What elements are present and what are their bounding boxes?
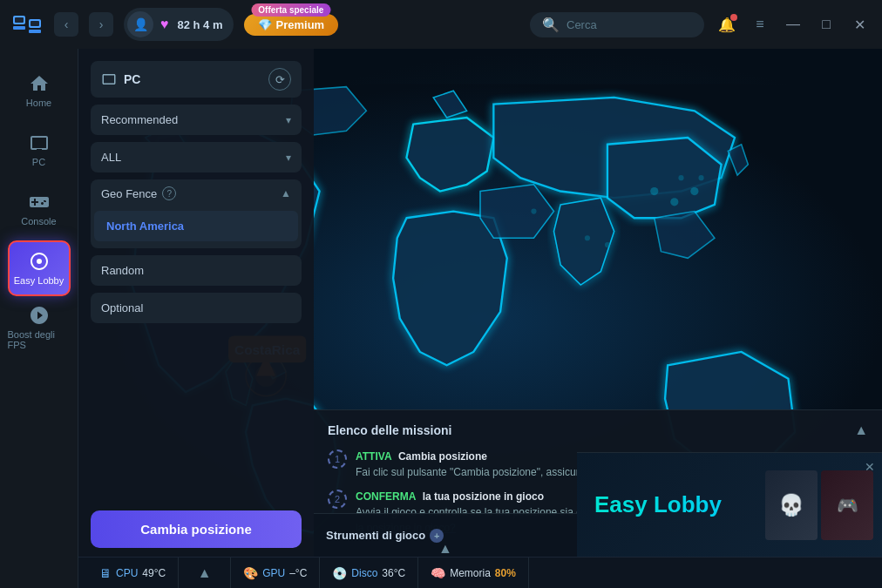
mission-num-2: 2 <box>328 490 347 509</box>
svg-point-12 <box>698 175 703 180</box>
recommended-row[interactable]: Recommended ▾ <box>91 105 302 135</box>
disk-status: 💿 Disco 36°C <box>320 558 418 588</box>
svg-point-8 <box>650 187 658 195</box>
svg-point-9 <box>670 198 678 206</box>
list-icon[interactable]: ≡ <box>748 12 772 37</box>
geo-fence-title: Geo Fence ? <box>101 186 176 200</box>
svg-rect-4 <box>31 21 39 26</box>
sidebar-item-easylobby-label: Easy Lobby <box>14 275 64 286</box>
cpu-status: 🖥 CPU 49°C <box>87 558 179 588</box>
topbar: ‹ › 👤 ♥ 82 h 4 m Offerta speciale 💎 Prem… <box>0 0 882 49</box>
disk-value: 36°C <box>382 567 405 579</box>
missions-header: Elenco delle missioni ▲ <box>328 422 868 438</box>
notification-icon[interactable]: 🔔 <box>715 12 739 37</box>
expand-button[interactable]: ▲ <box>179 558 231 588</box>
easy-lobby-img-1: 💀 <box>765 470 818 540</box>
geo-fence-label: Geo Fence <box>101 187 157 200</box>
svg-point-14 <box>605 242 610 247</box>
sidebar-item-pc[interactable]: PC <box>8 122 71 178</box>
north-america-label: North America <box>106 220 184 233</box>
sidebar-item-home-label: Home <box>26 98 51 108</box>
close-button[interactable]: ✕ <box>847 12 872 37</box>
mission-tag-attiva: ATTIVA <box>356 450 392 463</box>
mem-label: Memoria <box>450 567 491 579</box>
logo <box>10 8 44 41</box>
easy-lobby-title: Easy Lobby <box>577 491 756 518</box>
optional-label: Optional <box>101 301 143 314</box>
heart-icon: ♥ <box>160 17 169 32</box>
geo-fence-help[interactable]: ? <box>162 186 176 200</box>
refresh-button[interactable]: ⟳ <box>268 68 291 91</box>
sidebar-item-console-label: Console <box>21 216 56 226</box>
user-pill: 👤 ♥ 82 h 4 m <box>124 8 234 41</box>
sidebar-item-fps[interactable]: Boost degli FPS <box>8 300 71 355</box>
sidebar-item-console[interactable]: Console <box>8 181 71 237</box>
tools-title: Strumenti di gioco + <box>326 529 444 543</box>
recommended-label: Recommended <box>101 113 178 126</box>
gpu-icon: 🎨 <box>243 566 258 580</box>
tools-expand-button[interactable]: ▲ <box>438 541 452 557</box>
mem-icon: 🧠 <box>431 566 445 580</box>
svg-point-15 <box>531 208 536 213</box>
offerta-badge: Offerta speciale <box>251 3 330 17</box>
easy-lobby-images: 💀 🎮 <box>756 470 882 540</box>
cpu-value: 49°C <box>142 567 166 579</box>
gpu-status: 🎨 GPU –°C <box>231 558 320 588</box>
geo-fence-body: North America <box>91 207 302 248</box>
svg-point-10 <box>690 187 698 195</box>
back-button[interactable]: ‹ <box>54 12 78 37</box>
mem-status: 🧠 Memoria 80% <box>418 558 529 588</box>
svg-rect-2 <box>13 26 25 30</box>
topbar-icons: 🔔 ≡ — □ ✕ <box>715 12 872 37</box>
search-icon: 🔍 <box>542 17 560 33</box>
recommended-chevron: ▾ <box>286 114 291 126</box>
pc-header: PC ⟳ <box>91 61 302 98</box>
mission-num-1: 1 <box>328 449 347 469</box>
easy-lobby-img-2: 🎮 <box>821 470 873 540</box>
notif-badge <box>730 14 737 21</box>
svg-point-6 <box>37 259 42 264</box>
sidebar-item-pc-label: PC <box>32 157 45 167</box>
svg-rect-5 <box>29 30 41 33</box>
premium-label: Premium <box>276 18 325 31</box>
all-row[interactable]: ALL ▾ <box>91 142 302 172</box>
mission-action-1: Cambia posizione <box>398 450 487 463</box>
pc-text: PC <box>124 72 140 86</box>
random-item[interactable]: Random <box>91 255 302 286</box>
missions-title: Elenco delle missioni <box>328 423 451 437</box>
disk-label: Disco <box>351 567 377 579</box>
tools-label: Strumenti di gioco <box>326 529 425 542</box>
forward-button[interactable]: › <box>89 12 113 37</box>
random-label: Random <box>101 264 144 277</box>
sidebar-item-easylobby[interactable]: Easy Lobby <box>8 240 71 296</box>
geo-fence-section: Geo Fence ? ▲ North America <box>91 179 302 248</box>
gpu-label: GPU <box>262 567 285 579</box>
premium-button[interactable]: Offerta speciale 💎 Premium <box>244 14 339 36</box>
mission-tag-conferma: CONFERMA <box>356 490 416 503</box>
tools-bar: Strumenti di gioco + ▲ <box>314 513 577 557</box>
main-layout: Home PC Console Easy Lobby Boost degli F… <box>0 49 882 588</box>
geo-fence-header: Geo Fence ? ▲ <box>91 179 302 207</box>
mem-value: 80% <box>495 567 516 579</box>
maximize-button[interactable]: □ <box>814 12 838 37</box>
change-position-button[interactable]: Cambia posizione <box>91 510 302 548</box>
avatar: 👤 <box>127 11 153 37</box>
status-bar: 🖥 CPU 49°C ▲ 🎨 GPU –°C 💿 Disco 36°C 🧠 Me… <box>78 557 882 588</box>
optional-item[interactable]: Optional <box>91 293 302 323</box>
cpu-icon: 🖥 <box>99 566 112 580</box>
search-bar[interactable]: 🔍 <box>530 12 704 37</box>
missions-collapse-button[interactable]: ▲ <box>854 422 868 438</box>
sidebar-item-fps-label: Boost degli FPS <box>8 329 71 350</box>
all-label: ALL <box>101 151 121 164</box>
left-panel: PC ⟳ Recommended ▾ ALL ▾ Geo Fence ? <box>78 49 314 588</box>
all-chevron: ▾ <box>286 152 291 164</box>
cpu-label: CPU <box>116 567 138 579</box>
disk-icon: 💿 <box>332 566 347 580</box>
svg-rect-1 <box>15 17 24 23</box>
minimize-button[interactable]: — <box>781 12 805 37</box>
sidebar-item-home[interactable]: Home <box>8 63 71 118</box>
search-input[interactable] <box>567 18 680 31</box>
north-america-item[interactable]: North America <box>94 211 298 241</box>
geo-fence-chevron: ▲ <box>281 187 291 199</box>
user-time: 82 h 4 m <box>178 18 223 31</box>
